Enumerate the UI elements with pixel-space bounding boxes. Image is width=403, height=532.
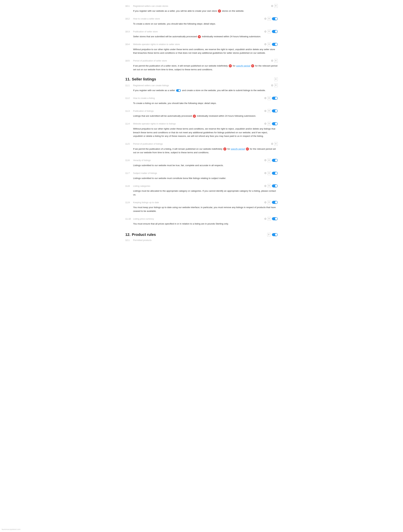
subsection-controls: ⚙	[271, 142, 278, 146]
subsection-controls: ⚙	[271, 59, 278, 63]
specify-period-link[interactable]: specify period	[231, 148, 245, 150]
subsection-title: Period of publication of listings	[133, 143, 271, 145]
subsection: 11.2How to create a listing⚙To create a …	[125, 96, 278, 107]
subsection-title: Registered sellers can create listings	[133, 84, 271, 87]
toggle-switch[interactable]	[272, 97, 278, 100]
subsection-number: 10.2	[125, 18, 132, 20]
document-icon[interactable]	[268, 30, 271, 33]
document-icon[interactable]	[274, 83, 278, 87]
toggle-switch[interactable]	[272, 201, 278, 204]
subsection-header: 11.7Subject matter of listings⚙	[125, 171, 278, 176]
document-icon[interactable]	[268, 122, 271, 126]
gear-icon[interactable]: ⚙	[264, 109, 266, 113]
subsection-title: Veracity of listings	[133, 159, 264, 162]
subsection-controls: ⚙	[264, 96, 278, 100]
subsection-number: 11.3	[125, 110, 132, 112]
subsection: 11.8Listing categories⚙Listings must be …	[125, 183, 278, 198]
toggle-switch[interactable]	[272, 172, 278, 175]
gear-icon[interactable]: ⚙	[264, 159, 266, 162]
subsection-body: If we permit the publication of a seller…	[125, 63, 278, 73]
subsection-number: 11.1	[125, 84, 132, 87]
subsection: 11.9Keeping listings up to date⚙You must…	[125, 200, 278, 215]
document-icon[interactable]	[268, 109, 271, 113]
subsection-title: Period of publication of seller store	[133, 59, 271, 62]
subsection-title: Registered sellers can create stores	[133, 5, 271, 7]
document-icon[interactable]	[274, 142, 278, 146]
gear-icon[interactable]: ⚙	[264, 30, 266, 33]
section-number-11: 11.	[125, 77, 131, 82]
gear-icon[interactable]: ⚙	[264, 171, 266, 175]
gear-icon[interactable]: ⚙	[264, 217, 266, 221]
subsection-body: If we permit the publication of a listin…	[125, 146, 278, 156]
gear-icon[interactable]: ⚙	[271, 142, 273, 146]
toggle-switch[interactable]	[272, 217, 278, 220]
toggle-switch[interactable]	[272, 30, 278, 33]
subsection-title: Permitted products	[133, 239, 278, 241]
subsection-number: 11.2	[125, 97, 132, 99]
toggle-switch[interactable]	[272, 184, 278, 187]
subsection-controls: ⚙	[264, 43, 278, 46]
subsection-title: Publication of listings	[133, 110, 264, 112]
subsection-header: 11.6Veracity of listings⚙	[125, 158, 278, 163]
subsection-header: 11.5Period of publication of listings⚙	[125, 141, 278, 146]
gear-icon[interactable]: ⚙	[264, 43, 266, 46]
subsection: 10.5Period of publication of seller stor…	[125, 58, 278, 73]
inline-toggle[interactable]	[176, 89, 181, 92]
subsection-number: 10.5	[125, 59, 132, 62]
section-header-12: 12.Product rules	[125, 233, 278, 237]
subsection-header: 10.2How to create a seller store⚙	[125, 16, 278, 21]
gear-icon[interactable]: ⚙	[271, 59, 273, 62]
document-icon[interactable]	[268, 217, 271, 221]
document-icon[interactable]	[268, 171, 271, 175]
subsection-title: Subject matter of listings	[133, 172, 264, 174]
document-icon[interactable]	[268, 96, 271, 100]
italic-text: detail steps	[204, 102, 216, 104]
gear-icon[interactable]: ⚙	[264, 17, 266, 20]
subsection-number: 11.10	[125, 218, 132, 220]
subsection-header: 11.9Keeping listings up to date⚙	[125, 200, 278, 205]
subsection-controls: ⚙	[271, 83, 278, 87]
gear-icon[interactable]: ⚙	[271, 84, 273, 87]
subsection-title: Keeping listings up to date	[133, 201, 264, 204]
toggle-switch[interactable]	[272, 109, 278, 112]
or-badge: or	[218, 9, 221, 13]
toggle-switch[interactable]	[272, 122, 278, 125]
document-icon[interactable]	[268, 158, 271, 162]
document-icon[interactable]	[268, 184, 271, 188]
section-header-11: 11.Seller listings	[125, 77, 278, 82]
subsection-header: 10.5Period of publication of seller stor…	[125, 58, 278, 63]
document-icon[interactable]	[274, 4, 278, 8]
gear-icon[interactable]: ⚙	[264, 184, 266, 188]
document-icon[interactable]	[268, 43, 271, 46]
subsection-body: To create a store on our website, you sh…	[125, 21, 278, 27]
toggle-switch[interactable]	[272, 159, 278, 162]
subsection-body: You must keep your listings up to date u…	[125, 205, 278, 215]
subsection-title: How to create a seller store	[133, 18, 264, 20]
toggle-switch[interactable]	[272, 17, 278, 20]
subsection-number: 11.9	[125, 201, 132, 204]
subsection-title: Website operator rights in relation to l…	[133, 122, 264, 125]
subsection-header: 11.10Listing price currency⚙	[125, 216, 278, 221]
or-badge: or	[193, 115, 196, 118]
document-icon[interactable]	[268, 17, 271, 21]
or-badge: or	[251, 64, 254, 67]
subsection-header: 10.1Registered sellers can create stores…	[125, 3, 278, 8]
gear-icon[interactable]: ⚙	[271, 4, 273, 8]
or-badge: or	[223, 147, 227, 151]
subsection-header: 12.1Permitted products	[125, 238, 278, 242]
subsection: 11.3Publication of listings⚙Listings tha…	[125, 108, 278, 120]
gear-icon[interactable]: ⚙	[264, 96, 266, 100]
subsection-title: How to create a listing	[133, 97, 264, 99]
toggle-switch[interactable]	[272, 43, 278, 46]
subsection: 10.1Registered sellers can create stores…	[125, 3, 278, 15]
subsection-number: 10.4	[125, 43, 132, 45]
specify-period-link[interactable]: specify period	[236, 64, 250, 67]
document-icon[interactable]	[268, 201, 271, 204]
document-icon[interactable]	[274, 77, 278, 81]
toggle-switch[interactable]	[272, 233, 278, 236]
subsection-controls: ⚙	[264, 122, 278, 126]
gear-icon[interactable]: ⚙	[264, 201, 266, 204]
gear-icon[interactable]: ⚙	[264, 122, 266, 125]
document-icon[interactable]	[274, 59, 278, 63]
document-icon[interactable]	[267, 233, 271, 237]
